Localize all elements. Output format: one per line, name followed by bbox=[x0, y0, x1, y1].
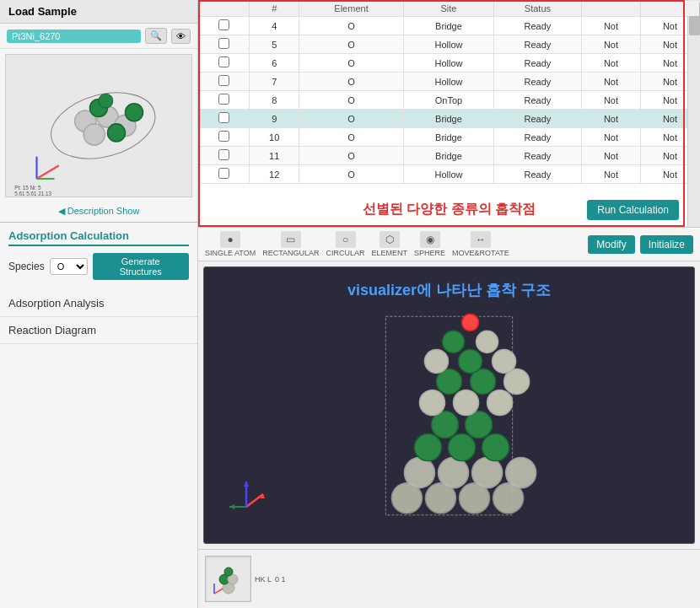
main-visualizer: visualizer에 나타난 흡착 구조 Pt 15 Ni 5 O 1 a,b… bbox=[203, 266, 695, 544]
row-element: O bbox=[299, 73, 404, 91]
row-status: Ready bbox=[493, 91, 581, 110]
row-checkbox[interactable] bbox=[199, 147, 250, 165]
table-row: 12 O Hollow Ready Not Not bbox=[199, 165, 700, 184]
description-link[interactable]: ◀ Description Show bbox=[0, 202, 197, 220]
svg-point-7 bbox=[83, 124, 105, 145]
svg-point-22 bbox=[438, 458, 468, 488]
svg-text:5.61 5.61 21.13: 5.61 5.61 21.13 bbox=[14, 191, 51, 196]
tool-circular-label: CIRCULAR bbox=[326, 249, 365, 257]
svg-point-37 bbox=[459, 349, 482, 373]
visualizer-annotation-text: visualizer에 나타난 흡착 구조 bbox=[347, 280, 551, 300]
col-checkbox bbox=[199, 1, 250, 17]
row-site: OnTop bbox=[404, 91, 494, 110]
run-calculation-button[interactable]: Run Calculation bbox=[587, 200, 679, 220]
small-vis-box bbox=[205, 556, 251, 602]
table-area: # Element Site Status 4 O Bridge Ready N… bbox=[198, 0, 700, 228]
row-id: 11 bbox=[250, 147, 299, 165]
svg-point-32 bbox=[487, 390, 513, 415]
tool-sphere[interactable]: ◉ SPHERE bbox=[414, 231, 445, 257]
modify-button[interactable]: Modify bbox=[588, 235, 634, 254]
toolbar-area: ● SINGLE ATOM ▭ RECTANGULAR ○ CIRCULAR ⬡… bbox=[198, 228, 700, 261]
svg-point-39 bbox=[442, 331, 464, 352]
row-status: Ready bbox=[493, 17, 581, 35]
small-vis-label: HK L bbox=[255, 575, 272, 584]
nav-adsorption-analysis[interactable]: Adsorption Analysis bbox=[0, 290, 197, 317]
toolbar-right-buttons: Modify Initialize bbox=[588, 235, 693, 254]
row-checkbox[interactable] bbox=[199, 17, 250, 35]
svg-point-30 bbox=[419, 390, 444, 415]
row-col5: Not bbox=[581, 147, 640, 165]
table-row: 5 O Hollow Ready Not Not bbox=[199, 35, 700, 54]
row-status: Ready bbox=[493, 35, 581, 54]
sample-row: Pt3Ni_6270 🔍 👁 bbox=[0, 24, 197, 49]
generate-structures-button[interactable]: Generate Structures bbox=[93, 253, 190, 280]
scrollbar[interactable] bbox=[687, 0, 700, 227]
row-site: Bridge bbox=[404, 110, 494, 128]
row-site: Hollow bbox=[404, 73, 494, 91]
view-button[interactable]: 👁 bbox=[171, 29, 191, 44]
svg-point-23 bbox=[472, 458, 503, 488]
svg-point-52 bbox=[224, 568, 233, 576]
svg-point-26 bbox=[448, 434, 475, 461]
species-select[interactable]: O H N bbox=[50, 258, 88, 275]
nav-reaction-diagram[interactable]: Reaction Diagram bbox=[0, 317, 197, 344]
svg-point-38 bbox=[493, 349, 516, 373]
row-id: 8 bbox=[250, 91, 299, 110]
tool-single-atom[interactable]: ● SINGLE ATOM bbox=[205, 231, 256, 257]
row-checkbox[interactable] bbox=[199, 54, 250, 73]
initialize-button[interactable]: Initialize bbox=[640, 235, 693, 254]
svg-point-31 bbox=[454, 390, 479, 415]
row-col5: Not bbox=[581, 35, 640, 54]
data-table: # Element Site Status 4 O Bridge Ready N… bbox=[198, 0, 700, 184]
col-element: Element bbox=[299, 1, 404, 17]
row-element: O bbox=[299, 17, 404, 35]
svg-point-36 bbox=[424, 349, 448, 373]
svg-point-24 bbox=[506, 458, 536, 488]
row-col5: Not bbox=[581, 17, 640, 35]
left-crystal-svg: Pt: 15 Ni: 5 5.61 5.61 21.13 Density: 7.… bbox=[6, 55, 191, 196]
tool-circular[interactable]: ○ CIRCULAR bbox=[326, 231, 365, 257]
axis-indicator bbox=[221, 469, 272, 522]
element-icon: ⬡ bbox=[380, 231, 400, 248]
row-site: Hollow bbox=[404, 54, 494, 73]
svg-point-21 bbox=[404, 458, 434, 488]
svg-marker-45 bbox=[244, 482, 249, 487]
svg-line-42 bbox=[246, 494, 263, 507]
svg-point-27 bbox=[482, 434, 509, 461]
row-site: Bridge bbox=[404, 17, 494, 35]
col-site: Site bbox=[404, 1, 494, 17]
row-element: O bbox=[299, 91, 404, 110]
left-visualizer-box: Pt: 15 Ni: 5 5.61 5.61 21.13 Density: 7.… bbox=[5, 54, 192, 197]
row-col5: Not bbox=[581, 73, 640, 91]
row-id: 10 bbox=[250, 128, 299, 147]
adsorption-calc-title: Adsorption Calculation bbox=[8, 229, 189, 246]
svg-point-11 bbox=[99, 94, 113, 108]
tool-single-atom-label: SINGLE ATOM bbox=[205, 249, 256, 257]
tool-move-rotate[interactable]: ↔ MOVE&ROTATE bbox=[452, 231, 509, 257]
row-site: Bridge bbox=[404, 147, 494, 165]
table-row: 11 O Bridge Ready Not Not bbox=[199, 147, 700, 165]
tool-element[interactable]: ⬡ ELEMENT bbox=[372, 231, 408, 257]
svg-text:Pt: 15 Ni: 5: Pt: 15 Ni: 5 bbox=[14, 185, 41, 191]
row-element: O bbox=[299, 147, 404, 165]
row-checkbox[interactable] bbox=[199, 73, 250, 91]
row-checkbox[interactable] bbox=[199, 91, 250, 110]
row-col5: Not bbox=[581, 128, 640, 147]
row-col5: Not bbox=[581, 54, 640, 73]
row-id: 7 bbox=[250, 73, 299, 91]
svg-marker-47 bbox=[229, 504, 234, 509]
row-col5: Not bbox=[581, 165, 640, 184]
row-site: Bridge bbox=[404, 128, 494, 147]
row-id: 4 bbox=[250, 17, 299, 35]
row-checkbox[interactable] bbox=[199, 35, 250, 54]
divider bbox=[0, 222, 197, 223]
circular-icon: ○ bbox=[336, 231, 356, 248]
search-button[interactable]: 🔍 bbox=[145, 28, 167, 44]
row-checkbox[interactable] bbox=[199, 128, 250, 147]
tool-rectangular[interactable]: ▭ RECTANGULAR bbox=[262, 231, 319, 257]
tool-sphere-label: SPHERE bbox=[414, 249, 445, 257]
row-checkbox[interactable] bbox=[199, 165, 250, 184]
row-checkbox[interactable] bbox=[199, 110, 250, 128]
species-row: Species O H N Generate Structures bbox=[8, 253, 189, 280]
row-element: O bbox=[299, 54, 404, 73]
